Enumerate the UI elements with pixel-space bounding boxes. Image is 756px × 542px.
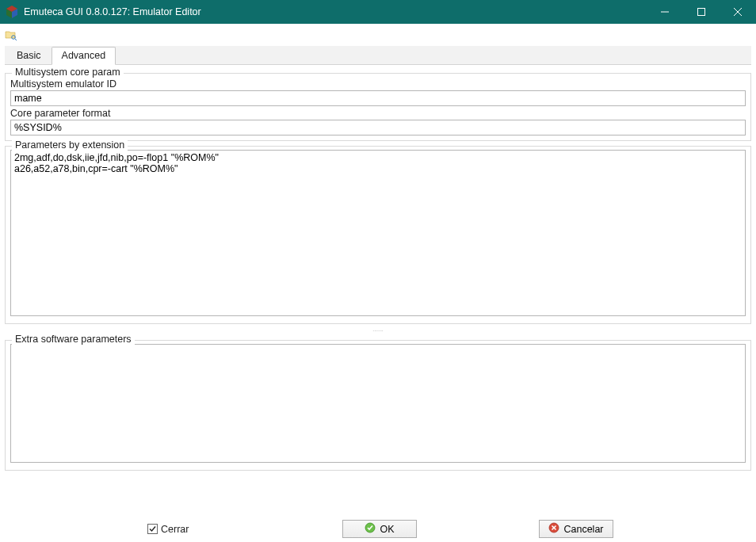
group-extra-params: Extra software parameters	[5, 340, 751, 471]
ok-button[interactable]: OK	[342, 520, 417, 538]
tab-basic[interactable]: Basic	[6, 47, 52, 65]
label-core-format: Core parameter format	[10, 108, 746, 119]
maximize-button[interactable]	[683, 0, 720, 24]
titlebar: Emuteca GUI 0.8.0.127: Emulator Editor	[0, 0, 756, 24]
ok-icon	[365, 522, 376, 536]
minimize-button[interactable]	[647, 0, 683, 24]
checkbox-cerrar-box[interactable]	[147, 524, 158, 534]
button-row: Cerrar OK Cancelar	[5, 520, 751, 539]
cancel-button[interactable]: Cancelar	[539, 520, 613, 538]
cancel-icon	[548, 522, 559, 536]
input-core-format[interactable]	[10, 120, 746, 136]
checkbox-cerrar-wrap[interactable]: Cerrar	[147, 520, 189, 538]
tab-advanced[interactable]: Advanced	[52, 47, 116, 65]
ok-button-label: OK	[380, 524, 394, 535]
cancel-button-label: Cancelar	[563, 524, 603, 535]
search-folder-icon[interactable]	[5, 29, 17, 41]
window-title: Emuteca GUI 0.8.0.127: Emulator Editor	[24, 6, 647, 17]
toolbar	[5, 29, 751, 46]
textarea-extra-params[interactable]	[10, 344, 746, 463]
label-multisystem-id: Multisystem emulator ID	[10, 78, 746, 90]
svg-rect-4	[698, 9, 705, 16]
svg-line-8	[15, 39, 17, 40]
checkbox-cerrar-label: Cerrar	[161, 524, 189, 535]
tab-panel-advanced: Multisystem core param Multisystem emula…	[5, 65, 751, 471]
window-controls	[647, 0, 756, 24]
group-params-by-extension-legend: Parameters by extension	[12, 139, 128, 151]
close-button[interactable]	[720, 0, 756, 24]
textarea-params-by-extension[interactable]	[10, 150, 746, 316]
group-extra-params-legend: Extra software parameters	[12, 334, 135, 345]
input-multisystem-id[interactable]	[10, 90, 746, 106]
group-multisystem-legend: Multisystem core param	[12, 67, 124, 78]
group-multisystem: Multisystem core param Multisystem emula…	[5, 73, 751, 141]
app-icon	[5, 5, 19, 19]
tab-strip: Basic Advanced	[5, 46, 751, 65]
group-params-by-extension: Parameters by extension	[5, 146, 751, 324]
